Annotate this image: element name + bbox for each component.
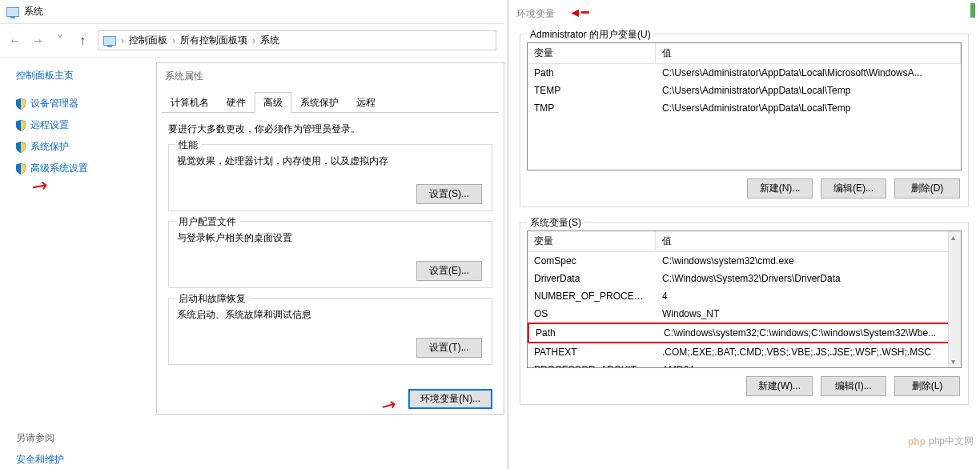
table-row[interactable]: PathC:\Users\Administrator\AppData\Local… <box>528 64 961 82</box>
cell-variable: PATHEXT <box>528 346 656 359</box>
sidebar-item-remote-settings[interactable]: 远程设置 <box>16 118 132 132</box>
breadcrumb-item[interactable]: 控制面板 <box>129 34 167 47</box>
dialog-title: 环境变量 ◄━ <box>508 0 980 26</box>
section-legend: Administrator 的用户变量(U) <box>527 28 654 42</box>
performance-settings-button[interactable]: 设置(S)... <box>416 184 482 204</box>
chevron-right-icon: › <box>121 35 124 46</box>
col-header-value[interactable]: 值 <box>656 231 961 251</box>
sidebar-item-label: 远程设置 <box>30 118 69 132</box>
cell-value: Windows_NT <box>656 307 961 320</box>
cell-variable: PROCESSOR_ARCHITECT... <box>528 363 656 368</box>
startup-settings-button[interactable]: 设置(T)... <box>416 338 482 358</box>
col-header-variable[interactable]: 变量 <box>528 43 656 63</box>
sidebar-item-device-manager[interactable]: 设备管理器 <box>16 97 132 110</box>
table-row[interactable]: PROCESSOR_ARCHITECT...AMD64 <box>528 361 961 368</box>
shield-icon <box>16 98 26 110</box>
see-also-security-link[interactable]: 安全和维护 <box>16 453 132 467</box>
user-variables-section: Administrator 的用户变量(U) 变量 值 PathC:\Users… <box>520 34 969 207</box>
table-row[interactable]: PATHEXT.COM;.EXE;.BAT;.CMD;.VBS;.VBE;.JS… <box>528 343 961 361</box>
tab-system-protection[interactable]: 系统保护 <box>291 92 347 113</box>
cell-variable: TMP <box>528 102 656 114</box>
see-also-heading: 另请参阅 <box>16 431 132 445</box>
tab-remote[interactable]: 远程 <box>347 92 384 113</box>
cell-value: 4 <box>656 290 961 303</box>
cell-variable: Path <box>529 327 657 339</box>
shield-icon <box>16 163 26 174</box>
cell-variable: DriverData <box>528 272 656 285</box>
environment-variables-button[interactable]: 环境变量(N)... <box>408 389 492 409</box>
dialog-title: 系统属性 <box>157 63 504 91</box>
sidebar-item-label: 系统保护 <box>30 140 69 154</box>
cell-value: C:\Users\Administrator\AppData\Local\Tem… <box>656 102 961 114</box>
user-variables-table[interactable]: 变量 值 PathC:\Users\Administrator\AppData\… <box>527 42 962 170</box>
system-icon <box>103 36 116 46</box>
table-row[interactable]: TEMPC:\Users\Administrator\AppData\Local… <box>528 82 961 99</box>
table-row[interactable]: OSWindows_NT <box>528 305 961 323</box>
table-row[interactable]: ComSpecC:\windows\system32\cmd.exe <box>528 252 961 270</box>
admin-note: 要进行大多数更改，你必须作为管理员登录。 <box>168 122 492 136</box>
user-new-button[interactable]: 新建(N)... <box>747 178 813 198</box>
col-header-value[interactable]: 值 <box>656 43 961 63</box>
table-row[interactable]: PathC:\windows\system32;C:\windows;C:\wi… <box>528 323 961 343</box>
sidebar-item-advanced-settings[interactable]: 高级系统设置 <box>16 162 132 175</box>
system-properties-dialog: 系统属性 计算机名 硬件 高级 系统保护 远程 要进行大多数更改，你必须作为管理… <box>156 62 504 415</box>
user-edit-button[interactable]: 编辑(E)... <box>821 178 886 198</box>
cell-value: C:\windows\system32;C:\windows;C:\window… <box>657 327 959 339</box>
breadcrumb-item[interactable]: 所有控制面板项 <box>180 34 247 47</box>
annotation-arrow-icon: ◄━ <box>568 6 589 19</box>
group-legend: 启动和故障恢复 <box>175 292 249 306</box>
cell-value: C:\Windows\System32\Drivers\DriverData <box>656 272 961 285</box>
tab-advanced[interactable]: 高级 <box>255 92 291 113</box>
scrollbar[interactable] <box>948 231 961 367</box>
tabstrip: 计算机名 硬件 高级 系统保护 远程 <box>162 91 499 113</box>
user-profile-group: 用户配置文件 与登录帐户相关的桌面设置 设置(E)... <box>168 221 492 288</box>
system-variables-table[interactable]: 变量 值 ComSpecC:\windows\system32\cmd.exeD… <box>527 230 962 368</box>
cell-variable: NUMBER_OF_PROCESSORS <box>528 290 656 303</box>
up-button[interactable]: ↑ <box>75 34 90 48</box>
performance-group: 性能 视觉效果，处理器计划，内存使用，以及虚拟内存 设置(S)... <box>168 144 492 211</box>
environment-variables-dialog: 环境变量 ◄━ Administrator 的用户变量(U) 变量 值 Path… <box>508 0 980 469</box>
table-row[interactable]: NUMBER_OF_PROCESSORS4 <box>528 287 961 305</box>
breadcrumb[interactable]: › 控制面板 › 所有控制面板项 › 系统 <box>98 30 496 50</box>
system-icon <box>6 7 19 17</box>
group-description: 视觉效果，处理器计划，内存使用，以及虚拟内存 <box>177 150 484 181</box>
chevron-right-icon: › <box>252 35 255 46</box>
user-profile-settings-button[interactable]: 设置(E)... <box>416 261 482 281</box>
cell-variable: OS <box>528 307 656 320</box>
recent-dropdown[interactable]: ˅ <box>53 33 67 48</box>
user-delete-button[interactable]: 删除(D) <box>894 178 960 198</box>
system-variables-section: 系统变量(S) 变量 值 ComSpecC:\windows\system32\… <box>520 222 969 405</box>
table-row[interactable]: TMPC:\Users\Administrator\AppData\Local\… <box>528 99 961 117</box>
forward-button[interactable]: → <box>30 34 45 48</box>
back-button[interactable]: ← <box>8 34 22 48</box>
chevron-right-icon: › <box>172 35 175 46</box>
group-description: 系统启动、系统故障和调试信息 <box>177 303 484 335</box>
php-logo-icon: php <box>908 436 926 447</box>
table-header: 变量 值 <box>528 231 961 252</box>
shield-icon <box>16 120 26 131</box>
group-legend: 用户配置文件 <box>175 215 239 229</box>
startup-recovery-group: 启动和故障恢复 系统启动、系统故障和调试信息 设置(T)... <box>168 298 492 365</box>
watermark: php php中文网 <box>908 435 974 448</box>
sys-edit-button[interactable]: 编辑(I)... <box>821 376 886 396</box>
sys-new-button[interactable]: 新建(W)... <box>746 376 813 396</box>
breadcrumb-item[interactable]: 系统 <box>260 34 279 47</box>
explorer-nav-bar: ← → ˅ ↑ › 控制面板 › 所有控制面板项 › 系统 <box>0 24 504 58</box>
tab-computer-name[interactable]: 计算机名 <box>162 92 218 113</box>
cell-variable: ComSpec <box>528 255 656 267</box>
group-legend: 性能 <box>175 138 201 152</box>
table-row[interactable]: DriverDataC:\Windows\System32\Drivers\Dr… <box>528 270 961 287</box>
col-header-variable[interactable]: 变量 <box>528 231 656 251</box>
decoration-bar <box>970 3 975 18</box>
sidebar-item-system-protection[interactable]: 系统保护 <box>16 140 132 154</box>
control-panel-home-link[interactable]: 控制面板主页 <box>16 69 132 82</box>
sys-delete-button[interactable]: 删除(L) <box>894 376 960 396</box>
cell-variable: Path <box>528 66 656 79</box>
sidebar-item-label: 设备管理器 <box>30 97 78 110</box>
tab-hardware[interactable]: 硬件 <box>218 92 255 113</box>
cell-value: C:\Users\Administrator\AppData\Local\Tem… <box>656 84 961 97</box>
sidebar: 控制面板主页 设备管理器 远程设置 系统保护 高级系统设置 另请参阅 安全和维护 <box>0 58 140 469</box>
cell-value: AMD64 <box>656 363 961 368</box>
shield-icon <box>16 142 26 153</box>
window-titlebar: 系统 <box>0 0 504 24</box>
